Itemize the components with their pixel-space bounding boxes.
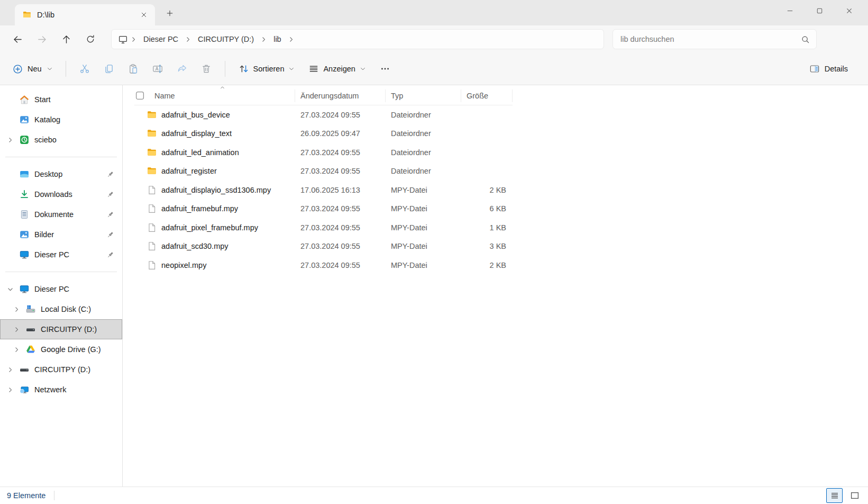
sidebar-item-downloads[interactable]: Downloads [0, 184, 122, 204]
pin-icon [106, 191, 114, 199]
view-menu-button[interactable]: Anzeigen [301, 58, 372, 79]
sidebar-item-sciebo[interactable]: sciebo [0, 130, 122, 150]
file-icon [147, 204, 157, 213]
file-size: 3 KB [461, 242, 513, 250]
maximize-button[interactable] [805, 0, 834, 21]
tab-dlib[interactable]: D:\lib [15, 4, 155, 25]
file-size: 1 KB [461, 223, 513, 232]
file-row[interactable]: adafruit_display_text 26.09.2025 09:47 D… [134, 124, 513, 143]
sciebo-icon [20, 135, 29, 145]
copy-button[interactable] [97, 58, 121, 79]
breadcrumb-circuitpy[interactable]: CIRCUITPY (D:) [194, 33, 258, 46]
sidebar-item-katalog[interactable]: Katalog [0, 110, 122, 130]
sidebar-item-label: Dieser PC [34, 250, 69, 259]
file-row[interactable]: adafruit_register 27.03.2024 09:55 Datei… [134, 162, 513, 181]
up-button[interactable] [54, 30, 78, 49]
more-options-button[interactable] [373, 58, 397, 79]
column-header-row: Name Änderungsdatum Typ Größe [134, 86, 513, 105]
chevron-right-icon [7, 137, 14, 143]
expand-chevron[interactable] [7, 346, 26, 353]
file-size: 2 KB [461, 186, 513, 194]
file-date: 27.03.2024 09:55 [295, 242, 386, 250]
details-pane-button[interactable]: Details [802, 58, 855, 79]
tree-item-circuitpy-d[interactable]: CIRCUITPY (D:) [0, 359, 122, 380]
cut-button[interactable] [72, 58, 97, 79]
tree-item-netzwerk[interactable]: Netzwerk [0, 380, 122, 400]
expand-chevron[interactable] [1, 386, 20, 393]
new-tab-button[interactable] [162, 7, 178, 19]
sidebar-item-desktop[interactable]: Desktop [0, 164, 122, 184]
view-list-toggle[interactable] [826, 488, 843, 503]
google-drive-icon [26, 345, 35, 354]
window-controls [775, 0, 864, 21]
select-all-checkbox[interactable] [134, 89, 147, 102]
checkbox-icon [135, 91, 144, 100]
more-dots-icon [380, 64, 390, 74]
file-date: 27.03.2024 09:55 [295, 111, 386, 119]
sidebar-item-dokumente[interactable]: Dokumente [0, 204, 122, 224]
column-header-type[interactable]: Typ [386, 89, 461, 102]
breadcrumb-lib[interactable]: lib [269, 33, 286, 46]
navigation-pane: Start Katalog sciebo Desktop [0, 85, 123, 487]
view-toggles [826, 488, 863, 503]
file-name: adafruit_pixel_framebuf.mpy [161, 223, 258, 232]
copy-icon [104, 64, 114, 74]
forward-button[interactable] [30, 30, 54, 49]
refresh-button[interactable] [78, 30, 103, 49]
sidebar-item-label: Downloads [34, 190, 72, 199]
folder-icon [147, 166, 157, 176]
details-pane-label: Details [825, 65, 848, 73]
sort-menu-button[interactable]: Sortieren [232, 58, 302, 79]
expand-chevron[interactable] [7, 306, 26, 313]
chevron-down-icon [7, 286, 14, 293]
file-row[interactable]: adafruit_scd30.mpy 27.03.2024 09:55 MPY-… [134, 237, 513, 256]
file-name: adafruit_framebuf.mpy [161, 204, 238, 213]
arrow-right-icon [37, 34, 47, 44]
tab-close-button[interactable] [137, 8, 151, 22]
tree-item-local-disk-c[interactable]: Local Disk (C:) [0, 299, 122, 319]
search-icon [801, 35, 810, 44]
sidebar-item-bilder[interactable]: Bilder [0, 224, 122, 245]
command-bar: Neu Sortieren Anzeigen Details [0, 53, 868, 85]
back-button[interactable] [5, 30, 30, 49]
sidebar-item-start[interactable]: Start [0, 89, 122, 110]
file-type: Dateiordner [386, 167, 461, 175]
delete-button[interactable] [194, 58, 218, 79]
new-button[interactable]: Neu [6, 58, 59, 79]
column-header-date[interactable]: Änderungsdatum [295, 89, 386, 102]
tree-item-google-drive-g[interactable]: Google Drive (G:) [0, 339, 122, 359]
breadcrumb-dieser-pc[interactable]: Dieser PC [139, 33, 182, 46]
column-header-size[interactable]: Größe [461, 89, 513, 102]
search-input[interactable] [619, 34, 797, 44]
desktop-icon [20, 169, 29, 179]
file-row[interactable]: adafruit_pixel_framebuf.mpy 27.03.2024 0… [134, 218, 513, 237]
documents-icon [20, 210, 29, 219]
details-panel-icon [809, 64, 820, 74]
share-button[interactable] [170, 58, 194, 79]
this-pc-icon [20, 250, 29, 259]
file-row[interactable]: adafruit_displayio_ssd1306.mpy 17.06.202… [134, 181, 513, 200]
network-icon [20, 385, 29, 394]
collapse-chevron[interactable] [1, 286, 20, 293]
file-row[interactable]: adafruit_led_animation 27.03.2024 09:55 … [134, 143, 513, 162]
file-row[interactable]: neopixel.mpy 27.03.2024 09:55 MPY-Datei … [134, 256, 513, 275]
tree-item-circuitpy-d-selected[interactable]: CIRCUITPY (D:) [0, 319, 122, 339]
file-row[interactable]: adafruit_bus_device 27.03.2024 09:55 Dat… [134, 105, 513, 124]
address-bar[interactable]: Dieser PC CIRCUITPY (D:) lib [111, 29, 604, 49]
file-type: MPY-Datei [386, 261, 461, 269]
file-row[interactable]: adafruit_framebuf.mpy 27.03.2024 09:55 M… [134, 200, 513, 219]
column-header-name[interactable]: Name [147, 89, 295, 102]
expand-chevron[interactable] [1, 137, 20, 143]
expand-chevron[interactable] [1, 366, 20, 373]
close-icon [845, 7, 853, 15]
view-thumbnail-toggle[interactable] [846, 488, 863, 503]
rename-button[interactable] [145, 58, 170, 79]
expand-chevron[interactable] [7, 326, 26, 333]
close-button[interactable] [834, 0, 864, 21]
file-icon [147, 241, 157, 251]
sidebar-item-dieser-pc-pinned[interactable]: Dieser PC [0, 245, 122, 265]
minimize-button[interactable] [775, 0, 805, 21]
paste-button[interactable] [121, 58, 145, 79]
file-date: 17.06.2025 16:13 [295, 186, 386, 194]
tree-item-dieser-pc[interactable]: Dieser PC [0, 279, 122, 299]
